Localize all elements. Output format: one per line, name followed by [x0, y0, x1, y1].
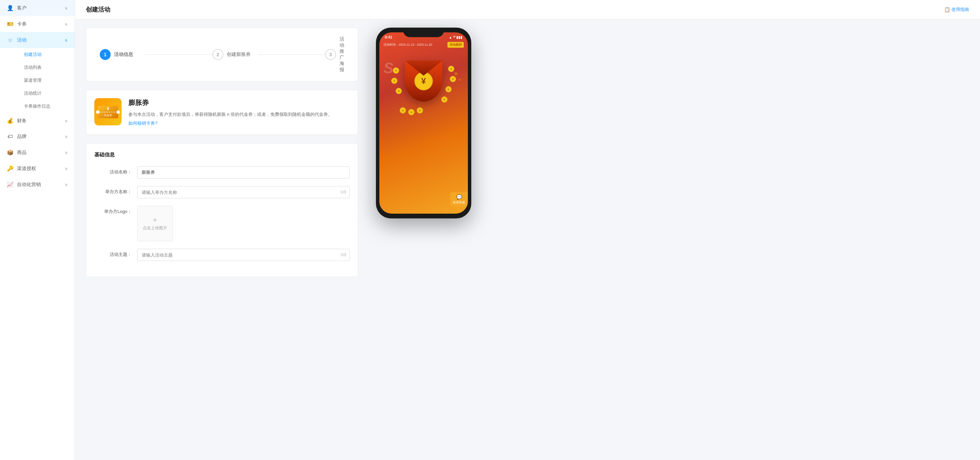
- sidebar-item-finance[interactable]: 💰 财务 ∨: [0, 113, 75, 129]
- finance-icon: 💰: [7, 118, 14, 124]
- chevron-activity: ∧: [65, 38, 68, 43]
- red-envelope: ¥: [405, 61, 442, 102]
- sidebar-label-channel-auth: 渠道授权: [17, 166, 36, 172]
- input-wrap-activity-theme: 0/8: [137, 249, 350, 261]
- svg-text:代金券: 代金券: [103, 114, 112, 117]
- chevron-finance: ∨: [65, 118, 68, 123]
- arrow-decor-1: »: [454, 70, 458, 77]
- chevron-brand: ∨: [65, 134, 68, 139]
- form-section: 基础信息 活动名称 举办方名称 0/8: [86, 143, 358, 277]
- sidebar-label-customer: 客户: [17, 5, 27, 11]
- label-organizer-logo: 举办方Logo: [94, 206, 132, 215]
- sidebar-subitem-activity-stats[interactable]: 活动统计: [17, 87, 75, 100]
- info-title: 膨胀券: [128, 98, 350, 107]
- input-wrap-activity-name: [137, 166, 350, 179]
- organizer-name-with-count: 0/8: [137, 186, 350, 198]
- sidebar-label-finance: 财务: [17, 118, 27, 124]
- coin-bottom-2: ¥: [408, 109, 414, 115]
- info-desc: 参与本次活动，客户支付款项后，将获得随机膨胀 n 倍的代金券；或者，免费领取到随…: [128, 111, 350, 118]
- info-link[interactable]: 如何核销卡券?: [128, 120, 350, 126]
- phone-time: 9:41: [385, 35, 392, 39]
- upload-logo-button[interactable]: + 点击上传图片: [137, 206, 173, 241]
- phone-rules-btn[interactable]: 活动规则: [447, 42, 464, 48]
- svg-point-3: [116, 110, 120, 114]
- coin-right-3: ¥: [445, 86, 452, 92]
- svg-point-2: [96, 110, 99, 114]
- guide-link[interactable]: 📋 使用指南: [944, 6, 969, 13]
- chevron-customer: ∨: [65, 6, 68, 11]
- chevron-channel-auth: ∨: [65, 166, 68, 171]
- page-body: 1 活动信息 2 创建膨胀券 3 活动推广海报: [75, 19, 980, 460]
- sidebar-item-brand[interactable]: 🏷 品牌 ∨: [0, 129, 75, 144]
- coin-left-1: ¥: [393, 67, 399, 73]
- sidebar: 👤 客户 ∨ 🎫 卡券 ∨ ☆ 活动 ∧ 创建活动 活动列表 渠道管理 活动统计…: [0, 0, 75, 460]
- phone-status-icons: ▲ ᵂ ▮▮▮: [449, 35, 462, 39]
- input-wrap-organizer-logo: + 点击上传图片: [137, 206, 350, 241]
- sidebar-item-auto-marketing[interactable]: 📈 自动化营销 ∨: [0, 177, 75, 193]
- sidebar-item-customer[interactable]: 👤 客户 ∨: [0, 0, 75, 16]
- activity-theme-with-count: 0/8: [137, 249, 350, 261]
- info-card: ¥ 代金券 膨胀券 参与本次活动，客户支付款项后，将获得随机膨胀 n 倍的代金券…: [86, 89, 358, 135]
- phone-frame: 9:41 ▲ ᵂ ▮▮▮ 活动时间：2023.11.13 - 2023.11.2…: [376, 27, 471, 219]
- sidebar-label-brand: 品牌: [17, 134, 27, 140]
- sidebar-subitem-create-activity[interactable]: 创建活动: [17, 48, 75, 61]
- activity-name-input[interactable]: [137, 166, 350, 179]
- sidebar-item-activity[interactable]: ☆ 活动 ∧: [0, 32, 75, 48]
- coupon-icon: 🎫: [7, 21, 14, 27]
- label-activity-name: 活动名称: [94, 166, 132, 175]
- page-header: 创建活动 📋 使用指南: [75, 0, 980, 19]
- input-wrap-organizer-name: 0/8: [137, 186, 350, 198]
- phone-main-visual: ¥ ¥ ¥ ¥ ¥ ¥ ¥ ¥ ¥ ¥: [383, 51, 464, 115]
- arrow-decor-2: »: [458, 77, 461, 82]
- phone-date: 活动时间：2023.11.13 - 2023.11.20: [383, 43, 432, 47]
- label-activity-theme: 活动主题: [94, 249, 132, 257]
- coin-right-1: ¥: [448, 66, 454, 72]
- chevron-goods: ∨: [65, 150, 68, 155]
- customer-service-btn[interactable]: 💬 联系客服: [450, 192, 468, 207]
- info-content: 膨胀券 参与本次活动，客户支付款项后，将获得随机膨胀 n 倍的代金券；或者，免费…: [128, 98, 350, 126]
- sidebar-label-coupon: 卡券: [17, 21, 27, 27]
- sidebar-item-goods[interactable]: 📦 商品 ∨: [0, 144, 75, 160]
- coin-left-2: ¥: [391, 78, 398, 84]
- step-2-circle: 2: [213, 49, 223, 60]
- steps-bar: 1 活动信息 2 创建膨胀券 3 活动推广海报: [86, 27, 358, 81]
- phone-preview: 9:41 ▲ ᵂ ▮▮▮ 活动时间：2023.11.13 - 2023.11.2…: [369, 27, 478, 452]
- sidebar-label-activity: 活动: [17, 37, 27, 43]
- channel-auth-icon: 🔑: [7, 165, 14, 172]
- step-3: 3 活动推广海报: [325, 36, 344, 73]
- step-3-label: 活动推广海报: [339, 36, 344, 73]
- cs-icon: 💬: [453, 194, 465, 200]
- coin-left-3: ¥: [396, 88, 402, 94]
- svg-text:¥: ¥: [107, 106, 109, 111]
- cs-label: 联系客服: [453, 200, 465, 205]
- sidebar-label-goods: 商品: [17, 150, 27, 156]
- organizer-name-input[interactable]: [137, 186, 350, 198]
- sidebar-item-coupon[interactable]: 🎫 卡券 ∨: [0, 16, 75, 32]
- form-row-organizer-logo: 举办方Logo + 点击上传图片: [94, 206, 350, 241]
- phone-banner-row: 活动时间：2023.11.13 - 2023.11.20 活动规则: [383, 42, 464, 48]
- form-row-organizer-name: 举办方名称 0/8: [94, 186, 350, 198]
- sidebar-subitem-activity-list[interactable]: 活动列表: [17, 61, 75, 74]
- main-content: 创建活动 📋 使用指南 1 活动信息 2 创建膨胀券: [75, 0, 980, 460]
- book-icon: 📋: [944, 7, 950, 12]
- chevron-auto-marketing: ∨: [65, 182, 68, 187]
- coin-bottom-3: ¥: [417, 107, 423, 113]
- step-1: 1 活动信息: [100, 49, 213, 60]
- activity-theme-input[interactable]: [137, 249, 350, 261]
- section-title: 基础信息: [94, 152, 350, 158]
- step-3-circle: 3: [325, 49, 336, 60]
- step-2: 2 创建膨胀券: [213, 49, 325, 60]
- activity-theme-count: 0/8: [340, 252, 346, 257]
- coin-right-4: ¥: [441, 96, 447, 102]
- page-title: 创建活动: [86, 5, 110, 14]
- form-row-activity-name: 活动名称: [94, 166, 350, 179]
- step-2-label: 创建膨胀券: [227, 51, 251, 58]
- sidebar-item-channel-auth[interactable]: 🔑 渠道授权 ∨: [0, 160, 75, 177]
- sidebar-subitem-coupon-log[interactable]: 卡券操作日志: [17, 100, 75, 113]
- auto-marketing-icon: 📈: [7, 181, 14, 188]
- sidebar-subitem-channel-manage[interactable]: 渠道管理: [17, 74, 75, 87]
- coin-area: ¥ ¥ ¥ ¥ ¥ ¥ ¥ ¥ ¥ ¥: [390, 54, 458, 115]
- form-row-activity-theme: 活动主题 0/8: [94, 249, 350, 261]
- brand-icon: 🏷: [7, 134, 14, 140]
- upload-text: 点击上传图片: [143, 225, 167, 231]
